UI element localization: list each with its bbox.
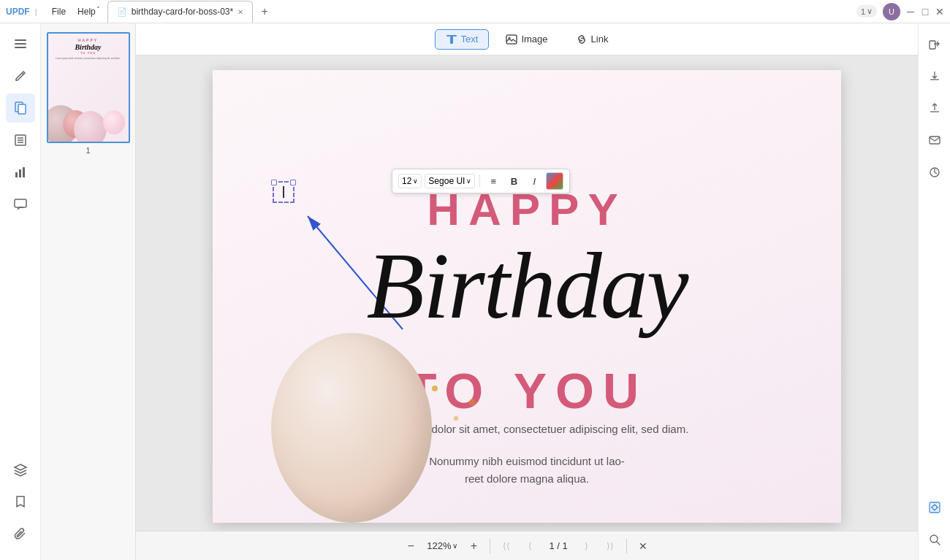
svg-rect-12 (15, 199, 26, 207)
file-menu[interactable]: File (52, 7, 66, 17)
sidebar-icon-chart[interactable] (6, 158, 35, 187)
thumbnail-page-num: 1 (47, 146, 130, 155)
version-badge[interactable]: 1 ∨ (856, 5, 877, 18)
svg-rect-13 (446, 35, 457, 37)
help-menu[interactable]: Help (77, 7, 96, 17)
birthday-text: Birthday (213, 238, 841, 333)
maximize-btn[interactable]: □ (921, 7, 930, 16)
text-tool-btn[interactable]: Text (435, 29, 490, 50)
page-indicator: 1 / 1 (543, 540, 573, 551)
font-size-select[interactable]: 12 ∨ (398, 174, 422, 188)
sidebar-bottom (6, 455, 35, 554)
nav-divider (626, 539, 627, 553)
nav-first-btn[interactable]: ⟨⟨ (496, 536, 517, 556)
sidebar-icon-attach[interactable] (6, 519, 35, 548)
titlebar: UPDF | File Help 📄 birthday-card-for-bos… (0, 0, 950, 23)
sidebar-icon-edit[interactable] (6, 61, 35, 91)
thumbnail-preview: HAPPY Birthday TO YOU Lorem ipsum dolor … (47, 32, 130, 143)
gold-dot-2 (454, 416, 458, 421)
font-name-select[interactable]: Segoe UI ∨ (425, 174, 475, 188)
tab-bar: 📄 birthday-card-for-boss-03* ✕ + (107, 1, 856, 23)
content-area: Text Image Link 12 ∨ Segoe UI ∨ (136, 23, 918, 560)
close-btn[interactable]: ✕ (935, 7, 944, 16)
svg-rect-0 (15, 39, 26, 41)
right-sidebar (918, 23, 950, 560)
thumbnail-1[interactable]: HAPPY Birthday TO YOU Lorem ipsum dolor … (47, 32, 130, 155)
svg-rect-1 (15, 43, 26, 45)
right-sidebar-search[interactable] (920, 525, 949, 554)
right-sidebar-magic[interactable] (920, 493, 949, 522)
new-tab-btn[interactable]: + (256, 3, 273, 20)
zoom-in-btn[interactable]: + (463, 536, 484, 556)
main-layout: HAPPY Birthday TO YOU Lorem ipsum dolor … (0, 23, 950, 560)
right-sidebar-upload[interactable] (920, 93, 949, 123)
zoom-level-display[interactable]: 122% ∨ (424, 540, 460, 551)
svg-rect-14 (450, 37, 453, 44)
right-sidebar-share[interactable] (920, 29, 949, 58)
user-avatar[interactable]: U (883, 3, 900, 20)
current-tab[interactable]: 📄 birthday-card-for-boss-03* ✕ (107, 1, 253, 23)
sidebar-icon-pages[interactable] (6, 93, 35, 123)
format-bar: 12 ∨ Segoe UI ∨ ≡ B I (392, 169, 570, 193)
svg-rect-19 (930, 41, 935, 49)
svg-rect-20 (930, 137, 940, 144)
nav-last-btn[interactable]: ⟩⟩ (600, 536, 620, 556)
thumbnail-panel: HAPPY Birthday TO YOU Lorem ipsum dolor … (41, 23, 136, 560)
pdf-page-wrapper: HAPPY Birthday TO YOU Lorem ipsum dolor … (213, 70, 841, 516)
menu-bar: File Help (52, 7, 96, 17)
gold-dot-1 (432, 386, 438, 391)
titlebar-right: 1 ∨ U ─ □ ✕ (856, 3, 944, 20)
svg-rect-9 (15, 172, 18, 177)
svg-rect-2 (15, 47, 26, 48)
sidebar-icon-bookmark[interactable] (6, 487, 35, 516)
bold-btn[interactable]: B (505, 172, 522, 190)
pdf-page: HAPPY Birthday TO YOU Lorem ipsum dolor … (213, 70, 841, 523)
left-sidebar (0, 23, 41, 560)
right-sidebar-history[interactable] (920, 158, 949, 187)
svg-point-28 (930, 535, 938, 542)
balloon-main (271, 333, 432, 523)
pdf-scroll-area[interactable]: 12 ∨ Segoe UI ∨ ≡ B I (136, 55, 918, 531)
svg-rect-10 (19, 169, 21, 177)
right-sidebar-download[interactable] (920, 61, 949, 91)
bottom-toolbar: − 122% ∨ + ⟨⟨ ⟨ 1 / 1 ⟩ ⟩⟩ ✕ (136, 531, 918, 560)
sidebar-icon-comment[interactable] (6, 190, 35, 219)
minimize-btn[interactable]: ─ (906, 7, 915, 16)
nav-next-btn[interactable]: ⟩ (577, 536, 597, 556)
editor-toolbar: Text Image Link (136, 23, 918, 55)
sidebar-icon-layers[interactable] (6, 455, 35, 484)
format-divider-1 (479, 174, 480, 188)
gold-dot-3 (468, 399, 476, 406)
sidebar-icon-view[interactable] (6, 29, 35, 58)
nav-prev-btn[interactable]: ⟨ (520, 536, 540, 556)
svg-line-29 (937, 542, 940, 545)
tab-close-btn[interactable]: ✕ (238, 8, 243, 16)
zoom-out-btn[interactable]: − (400, 536, 421, 556)
link-tool-btn[interactable]: Link (565, 29, 620, 50)
image-tool-btn[interactable]: Image (495, 29, 558, 50)
italic-btn[interactable]: I (525, 172, 543, 190)
sidebar-icon-list[interactable] (6, 126, 35, 155)
svg-rect-4 (18, 104, 26, 114)
close-bottom-btn[interactable]: ✕ (633, 536, 653, 556)
color-picker-btn[interactable] (546, 172, 563, 190)
align-btn[interactable]: ≡ (484, 172, 502, 190)
app-logo[interactable]: UPDF | (6, 7, 40, 17)
svg-rect-11 (23, 167, 25, 177)
zoom-divider (490, 539, 490, 553)
right-sidebar-mail[interactable] (920, 126, 949, 155)
